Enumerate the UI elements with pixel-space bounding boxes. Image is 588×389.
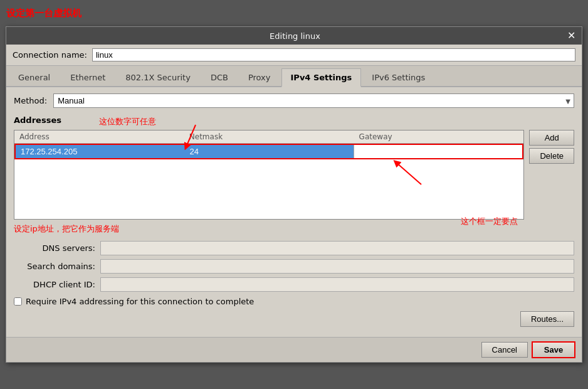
search-domains-row: Search domains: xyxy=(14,259,574,274)
address-input[interactable] xyxy=(16,145,184,158)
add-button[interactable]: Add xyxy=(529,130,574,146)
delete-button[interactable]: Delete xyxy=(529,148,574,164)
close-button[interactable]: ✕ xyxy=(566,31,577,41)
table-row xyxy=(14,144,523,159)
dialog: Editing linux ✕ Connection name: General… xyxy=(6,26,582,363)
addresses-table: Address Netmask Gateway xyxy=(14,130,524,220)
annotation-digit-note: 这位数字可任意 xyxy=(99,116,156,127)
bottom-bar: Cancel Save xyxy=(6,337,582,362)
tab-8021x[interactable]: 802.1X Security xyxy=(116,68,200,86)
annotation-click-note: 这个框一定要点 xyxy=(461,216,518,227)
tab-dcb[interactable]: DCB xyxy=(201,68,238,86)
method-label: Method: xyxy=(14,96,47,105)
address-buttons: Add Delete xyxy=(529,130,574,164)
dhcp-label: DHCP client ID: xyxy=(14,280,95,289)
tab-proxy[interactable]: Proxy xyxy=(239,68,280,86)
dns-label: DNS servers: xyxy=(14,243,95,253)
method-row: Method: Automatic (DHCP) Manual Link-Loc… xyxy=(14,93,574,108)
dialog-titlebar: Editing linux ✕ xyxy=(6,27,582,45)
dialog-title: Editing linux xyxy=(24,31,566,41)
col-gateway: Gateway xyxy=(354,131,524,143)
addresses-with-buttons: Address Netmask Gateway xyxy=(14,130,574,220)
cancel-button[interactable]: Cancel xyxy=(481,342,528,358)
method-select-wrapper: Automatic (DHCP) Manual Link-Local Only … xyxy=(53,93,574,108)
col-netmask: Netmask xyxy=(184,131,354,143)
tabs-bar: General Ethernet 802.1X Security DCB Pro… xyxy=(6,66,582,87)
content-area: Method: Automatic (DHCP) Manual Link-Loc… xyxy=(6,87,582,337)
routes-button[interactable]: Routes... xyxy=(520,311,574,327)
tab-general[interactable]: General xyxy=(9,68,60,86)
dhcp-client-id-row: DHCP client ID: xyxy=(14,277,574,292)
tab-ipv4[interactable]: IPv4 Settings xyxy=(281,68,362,87)
addresses-body xyxy=(14,144,523,219)
search-domains-input[interactable] xyxy=(100,259,574,274)
col-address: Address xyxy=(14,131,184,143)
require-ipv4-checkbox[interactable] xyxy=(14,297,22,306)
tab-ethernet[interactable]: Ethernet xyxy=(61,68,115,86)
save-button[interactable]: Save xyxy=(532,341,575,358)
addresses-label: Addresses xyxy=(14,115,61,125)
tab-ipv6[interactable]: IPv6 Settings xyxy=(362,68,434,86)
checkbox-label: Require IPv4 addressing for this connect… xyxy=(26,297,254,306)
method-select[interactable]: Automatic (DHCP) Manual Link-Local Only … xyxy=(53,93,574,108)
connection-name-input[interactable] xyxy=(92,48,575,61)
gateway-input[interactable] xyxy=(354,145,522,158)
connection-name-row: Connection name: xyxy=(6,45,582,66)
connection-name-label: Connection name: xyxy=(13,50,87,60)
addresses-section: Addresses 这位数字可任意 Address xyxy=(14,115,574,235)
checkbox-row: Require IPv4 addressing for this connect… xyxy=(14,297,574,306)
addresses-header: Address Netmask Gateway xyxy=(14,131,523,144)
netmask-input[interactable] xyxy=(184,145,353,158)
addresses-table-wrapper: Address Netmask Gateway xyxy=(14,130,524,220)
dhcp-client-id-input[interactable] xyxy=(100,277,574,292)
annotation-title: 设定第一台虚拟机 xyxy=(6,8,81,19)
dns-servers-row: DNS servers: xyxy=(14,241,574,255)
search-domains-label: Search domains: xyxy=(14,262,95,271)
dns-servers-input[interactable] xyxy=(100,241,574,255)
routes-row: Routes... xyxy=(14,311,574,327)
